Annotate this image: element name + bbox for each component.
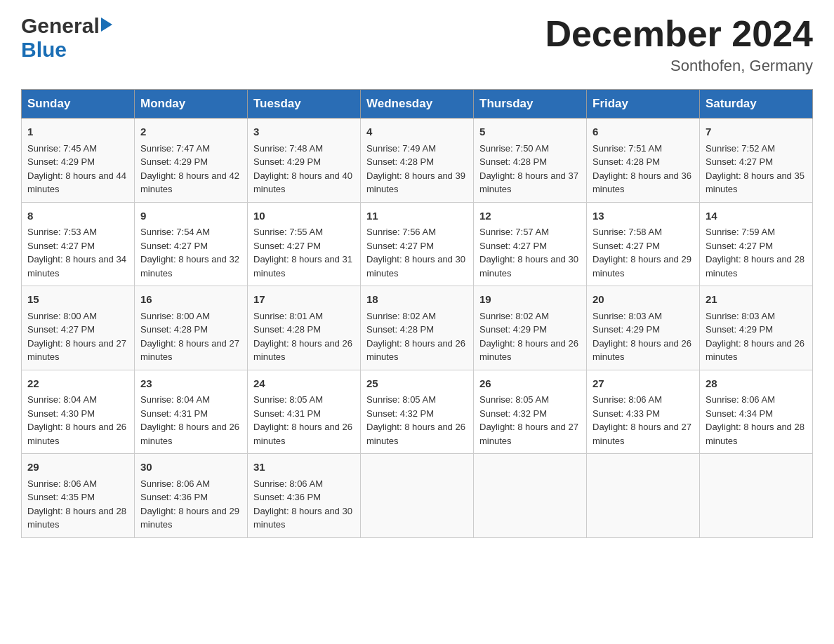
calendar-header-row: SundayMondayTuesdayWednesdayThursdayFrid…: [22, 90, 813, 119]
calendar-cell: 12 Sunrise: 7:57 AM Sunset: 4:27 PM Dayl…: [474, 202, 587, 286]
calendar-cell: 16 Sunrise: 8:00 AM Sunset: 4:28 PM Dayl…: [135, 286, 248, 370]
daylight-info: Daylight: 8 hours and 26 minutes: [253, 422, 352, 446]
sunrise-info: Sunrise: 7:59 AM: [706, 227, 775, 237]
column-header-tuesday: Tuesday: [248, 90, 361, 119]
sunset-info: Sunset: 4:28 PM: [140, 324, 208, 335]
day-number: 23: [140, 376, 241, 392]
day-number: 3: [253, 124, 355, 140]
daylight-info: Daylight: 8 hours and 30 minutes: [253, 506, 352, 530]
calendar-cell: 23 Sunrise: 8:04 AM Sunset: 4:31 PM Dayl…: [135, 370, 248, 454]
daylight-info: Daylight: 8 hours and 37 minutes: [479, 170, 578, 195]
calendar-cell: 30 Sunrise: 8:06 AM Sunset: 4:36 PM Dayl…: [135, 454, 248, 538]
daylight-info: Daylight: 8 hours and 32 minutes: [140, 254, 239, 279]
logo-arrow-icon: [101, 18, 112, 32]
sunset-info: Sunset: 4:32 PM: [479, 408, 547, 419]
day-number: 6: [593, 124, 694, 140]
sunset-info: Sunset: 4:28 PM: [366, 156, 434, 167]
day-number: 17: [253, 292, 355, 308]
daylight-info: Daylight: 8 hours and 28 minutes: [706, 422, 805, 446]
calendar-week-row: 29 Sunrise: 8:06 AM Sunset: 4:35 PM Dayl…: [22, 454, 813, 538]
daylight-info: Daylight: 8 hours and 26 minutes: [366, 338, 465, 363]
day-number: 4: [366, 124, 468, 140]
day-number: 30: [140, 459, 241, 476]
sunrise-info: Sunrise: 7:48 AM: [253, 143, 323, 154]
day-number: 15: [27, 292, 128, 308]
day-number: 2: [140, 124, 241, 140]
daylight-info: Daylight: 8 hours and 27 minutes: [593, 422, 691, 446]
calendar-cell: [474, 454, 587, 538]
calendar-cell: 5 Sunrise: 7:50 AM Sunset: 4:28 PM Dayli…: [474, 119, 587, 203]
sunset-info: Sunset: 4:27 PM: [706, 241, 773, 251]
sunset-info: Sunset: 4:29 PM: [140, 156, 208, 167]
sunset-info: Sunset: 4:28 PM: [479, 156, 547, 167]
sunset-info: Sunset: 4:30 PM: [27, 408, 95, 419]
column-header-sunday: Sunday: [22, 90, 135, 119]
day-number: 1: [27, 124, 128, 140]
sunrise-info: Sunrise: 8:03 AM: [593, 311, 662, 321]
calendar-cell: 31 Sunrise: 8:06 AM Sunset: 4:36 PM Dayl…: [248, 454, 361, 538]
column-header-wednesday: Wednesday: [361, 90, 474, 119]
sunset-info: Sunset: 4:31 PM: [140, 408, 208, 419]
sunrise-info: Sunrise: 8:05 AM: [366, 394, 436, 405]
month-title: December 2024: [545, 14, 813, 54]
calendar-cell: 9 Sunrise: 7:54 AM Sunset: 4:27 PM Dayli…: [135, 202, 248, 286]
sunrise-info: Sunrise: 7:53 AM: [27, 227, 97, 237]
sunset-info: Sunset: 4:27 PM: [479, 241, 547, 251]
column-header-saturday: Saturday: [700, 90, 813, 119]
sunset-info: Sunset: 4:28 PM: [593, 156, 660, 167]
day-number: 26: [479, 376, 581, 392]
calendar-week-row: 22 Sunrise: 8:04 AM Sunset: 4:30 PM Dayl…: [22, 370, 813, 454]
sunrise-info: Sunrise: 8:00 AM: [27, 311, 97, 321]
sunrise-info: Sunrise: 8:06 AM: [253, 478, 323, 489]
sunrise-info: Sunrise: 7:51 AM: [593, 143, 662, 154]
calendar-cell: 25 Sunrise: 8:05 AM Sunset: 4:32 PM Dayl…: [361, 370, 474, 454]
calendar-week-row: 1 Sunrise: 7:45 AM Sunset: 4:29 PM Dayli…: [22, 119, 813, 203]
day-number: 14: [706, 208, 807, 224]
sunrise-info: Sunrise: 7:47 AM: [140, 143, 210, 154]
sunrise-info: Sunrise: 7:54 AM: [140, 227, 210, 237]
sunset-info: Sunset: 4:35 PM: [27, 492, 95, 502]
sunrise-info: Sunrise: 8:04 AM: [27, 394, 97, 405]
sunset-info: Sunset: 4:27 PM: [140, 241, 208, 251]
sunset-info: Sunset: 4:31 PM: [253, 408, 321, 419]
location-subtitle: Sonthofen, Germany: [545, 57, 813, 75]
logo-blue-text: Blue: [21, 38, 67, 62]
calendar-week-row: 15 Sunrise: 8:00 AM Sunset: 4:27 PM Dayl…: [22, 286, 813, 370]
sunrise-info: Sunrise: 8:05 AM: [253, 394, 323, 405]
day-number: 12: [479, 208, 581, 224]
calendar-cell: 2 Sunrise: 7:47 AM Sunset: 4:29 PM Dayli…: [135, 119, 248, 203]
sunset-info: Sunset: 4:36 PM: [253, 492, 321, 502]
sunset-info: Sunset: 4:27 PM: [593, 241, 660, 251]
day-number: 7: [706, 124, 807, 140]
sunset-info: Sunset: 4:29 PM: [253, 156, 321, 167]
calendar-cell: 20 Sunrise: 8:03 AM Sunset: 4:29 PM Dayl…: [587, 286, 700, 370]
day-number: 5: [479, 124, 581, 140]
sunrise-info: Sunrise: 7:49 AM: [366, 143, 436, 154]
daylight-info: Daylight: 8 hours and 42 minutes: [140, 170, 239, 195]
sunset-info: Sunset: 4:29 PM: [479, 324, 547, 335]
calendar-cell: 13 Sunrise: 7:58 AM Sunset: 4:27 PM Dayl…: [587, 202, 700, 286]
sunset-info: Sunset: 4:27 PM: [27, 324, 95, 335]
day-number: 22: [27, 376, 128, 392]
logo-general-text: General: [21, 14, 100, 38]
sunset-info: Sunset: 4:27 PM: [27, 241, 95, 251]
daylight-info: Daylight: 8 hours and 40 minutes: [253, 170, 352, 195]
sunrise-info: Sunrise: 7:58 AM: [593, 227, 662, 237]
daylight-info: Daylight: 8 hours and 39 minutes: [366, 170, 465, 195]
calendar-cell: 26 Sunrise: 8:05 AM Sunset: 4:32 PM Dayl…: [474, 370, 587, 454]
day-number: 31: [253, 459, 355, 476]
daylight-info: Daylight: 8 hours and 26 minutes: [479, 338, 578, 363]
sunset-info: Sunset: 4:29 PM: [706, 324, 773, 335]
day-number: 28: [706, 376, 807, 392]
sunset-info: Sunset: 4:29 PM: [27, 156, 95, 167]
day-number: 13: [593, 208, 694, 224]
column-header-thursday: Thursday: [474, 90, 587, 119]
daylight-info: Daylight: 8 hours and 44 minutes: [27, 170, 126, 195]
column-header-monday: Monday: [135, 90, 248, 119]
sunrise-info: Sunrise: 7:50 AM: [479, 143, 549, 154]
daylight-info: Daylight: 8 hours and 30 minutes: [479, 254, 578, 279]
calendar-cell: [700, 454, 813, 538]
day-number: 21: [706, 292, 807, 308]
daylight-info: Daylight: 8 hours and 26 minutes: [366, 422, 465, 446]
calendar-cell: 28 Sunrise: 8:06 AM Sunset: 4:34 PM Dayl…: [700, 370, 813, 454]
